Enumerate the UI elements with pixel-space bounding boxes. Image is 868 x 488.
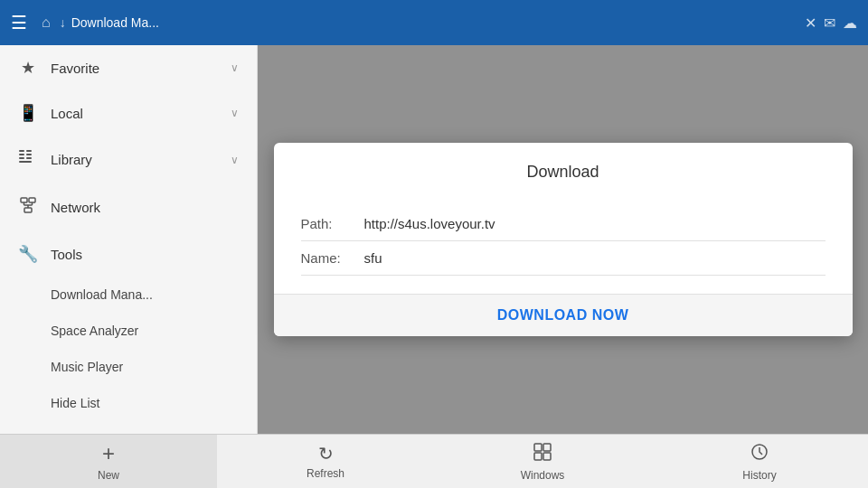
download-now-label: DOWNLOAD NOW bbox=[497, 307, 629, 323]
download-dialog: Download Path: Name: DOWNLOAD NOW bbox=[274, 143, 853, 336]
sidebar-label-network: Network bbox=[51, 200, 100, 215]
new-icon: + bbox=[102, 441, 115, 466]
sidebar-item-local[interactable]: 📱 Local ∨ bbox=[0, 90, 257, 136]
svg-rect-4 bbox=[26, 154, 32, 155]
svg-rect-6 bbox=[19, 161, 32, 163]
local-icon: 📱 bbox=[18, 103, 38, 123]
close-icon[interactable]: ✕ bbox=[805, 14, 816, 32]
dialog-title: Download bbox=[274, 143, 853, 198]
new-label: New bbox=[98, 469, 119, 482]
windows-label: Windows bbox=[521, 469, 565, 482]
svg-rect-5 bbox=[26, 157, 32, 159]
sidebar-submenu: Download Mana... Space Analyzer Music Pl… bbox=[0, 277, 257, 434]
history-label: History bbox=[742, 469, 776, 482]
sidebar-label-favorite: Favorite bbox=[51, 61, 99, 76]
windows-icon bbox=[533, 442, 552, 466]
menu-icon[interactable]: ☰ bbox=[11, 12, 27, 33]
top-bar-actions: ✕ ✉ ☁ bbox=[805, 14, 857, 32]
sidebar-item-network[interactable]: Network bbox=[0, 183, 257, 231]
path-field: Path: bbox=[301, 207, 826, 241]
home-icon[interactable]: ⌂ bbox=[42, 14, 51, 31]
download-now-button[interactable]: DOWNLOAD NOW bbox=[274, 294, 853, 336]
sidebar-item-download-manager[interactable]: Download Mana... bbox=[0, 277, 257, 313]
svg-rect-15 bbox=[543, 444, 551, 451]
tools-icon: 🔧 bbox=[18, 244, 38, 264]
svg-rect-8 bbox=[29, 198, 35, 202]
svg-rect-17 bbox=[543, 453, 551, 460]
refresh-icon: ↻ bbox=[318, 443, 334, 465]
top-bar: ☰ ⌂ ↓ Download Ma... ✕ ✉ ☁ bbox=[0, 0, 868, 45]
sidebar-label-tools: Tools bbox=[51, 247, 82, 262]
breadcrumb-text[interactable]: Download Ma... bbox=[71, 15, 159, 30]
app-container: ☰ ⌂ ↓ Download Ma... ✕ ✉ ☁ ★ Favorite ∨ bbox=[0, 0, 868, 488]
svg-rect-2 bbox=[19, 157, 24, 159]
sidebar-item-music-player[interactable]: Music Player bbox=[0, 349, 257, 385]
sidebar-item-tools[interactable]: 🔧 Tools bbox=[0, 231, 257, 277]
modal-overlay: Download Path: Name: DOWNLOAD NOW bbox=[258, 45, 868, 434]
sidebar-item-cleaner[interactable]: Cleaner bbox=[0, 421, 257, 434]
name-field: Name: bbox=[301, 241, 826, 276]
bottom-bar-history[interactable]: History bbox=[651, 435, 868, 488]
bottom-bar-new[interactable]: + New bbox=[0, 435, 217, 488]
chevron-local: ∨ bbox=[231, 107, 239, 119]
main-panel: Download Path: Name: DOWNLOAD NOW bbox=[258, 45, 868, 434]
library-icon bbox=[18, 148, 38, 171]
history-icon bbox=[750, 442, 769, 466]
content-area: ★ Favorite ∨ 📱 Local ∨ bbox=[0, 45, 868, 434]
chevron-library: ∨ bbox=[231, 154, 239, 166]
mail-icon[interactable]: ✉ bbox=[824, 14, 835, 32]
sidebar-label-local: Local bbox=[51, 106, 83, 121]
cloud-icon[interactable]: ☁ bbox=[843, 14, 857, 32]
refresh-label: Refresh bbox=[307, 467, 344, 480]
dialog-body: Path: Name: bbox=[274, 198, 853, 294]
bottom-bar-refresh[interactable]: ↻ Refresh bbox=[217, 435, 434, 488]
name-label: Name: bbox=[301, 250, 364, 266]
breadcrumb-arrow: ↓ bbox=[60, 15, 66, 30]
svg-rect-16 bbox=[534, 453, 542, 460]
sidebar-item-library[interactable]: Library ∨ bbox=[0, 136, 257, 183]
svg-rect-1 bbox=[19, 154, 24, 155]
sidebar-item-hide-list[interactable]: Hide List bbox=[0, 385, 257, 421]
chevron-favorite: ∨ bbox=[231, 61, 239, 74]
svg-rect-0 bbox=[19, 150, 24, 152]
svg-rect-3 bbox=[26, 150, 32, 152]
path-input[interactable] bbox=[364, 216, 826, 231]
network-icon bbox=[18, 196, 38, 219]
sidebar-item-favorite[interactable]: ★ Favorite ∨ bbox=[0, 45, 257, 90]
sidebar: ★ Favorite ∨ 📱 Local ∨ bbox=[0, 45, 258, 434]
path-label: Path: bbox=[301, 216, 364, 231]
name-input[interactable] bbox=[364, 250, 826, 266]
svg-rect-14 bbox=[534, 444, 542, 451]
bottom-bar-windows[interactable]: Windows bbox=[434, 435, 651, 488]
svg-rect-7 bbox=[21, 198, 27, 202]
favorite-icon: ★ bbox=[18, 58, 38, 78]
sidebar-item-space-analyzer[interactable]: Space Analyzer bbox=[0, 313, 257, 349]
bottom-bar: + New ↻ Refresh Windows bbox=[0, 434, 868, 488]
svg-rect-9 bbox=[24, 208, 32, 212]
breadcrumb: ↓ Download Ma... bbox=[60, 15, 159, 30]
sidebar-label-library: Library bbox=[51, 152, 92, 167]
